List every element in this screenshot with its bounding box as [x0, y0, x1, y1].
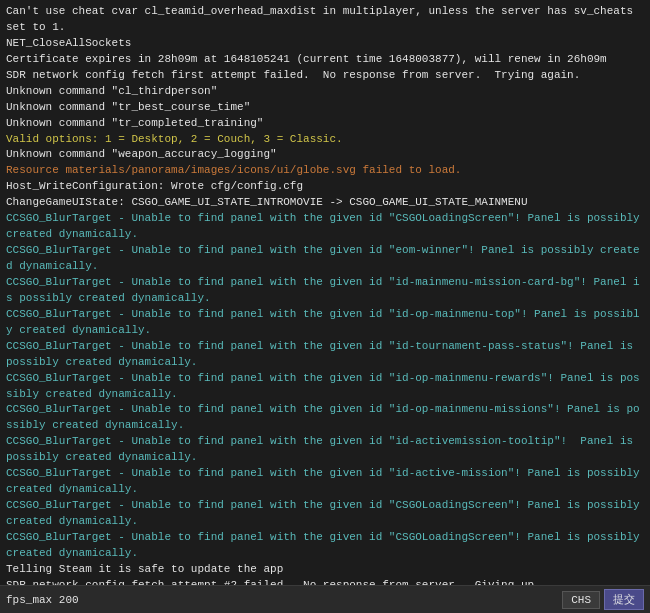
submit-button[interactable]: 提交 [604, 589, 644, 610]
console-container: Can't use cheat cvar cl_teamid_overhead_… [0, 0, 650, 613]
console-line: CCSGO_BlurTarget - Unable to find panel … [6, 211, 644, 243]
console-line: CCSGO_BlurTarget - Unable to find panel … [6, 498, 644, 530]
console-line: SDR network config fetch attempt #2 fail… [6, 578, 644, 585]
console-line: Unknown command "cl_thirdperson" [6, 84, 644, 100]
console-line: Host_WriteConfiguration: Wrote cfg/confi… [6, 179, 644, 195]
console-line: Telling Steam it is safe to update the a… [6, 562, 644, 578]
console-line: Unknown command "tr_completed_training" [6, 116, 644, 132]
console-line: SDR network config fetch first attempt f… [6, 68, 644, 84]
console-line: CCSGO_BlurTarget - Unable to find panel … [6, 530, 644, 562]
status-bar: fps_max 200 CHS 提交 [0, 585, 650, 613]
console-line: CCSGO_BlurTarget - Unable to find panel … [6, 434, 644, 466]
console-line: CCSGO_BlurTarget - Unable to find panel … [6, 402, 644, 434]
console-line: Certificate expires in 28h09m at 1648105… [6, 52, 644, 68]
console-output: Can't use cheat cvar cl_teamid_overhead_… [0, 0, 650, 585]
console-line: CCSGO_BlurTarget - Unable to find panel … [6, 339, 644, 371]
console-line: CCSGO_BlurTarget - Unable to find panel … [6, 275, 644, 307]
lang-button[interactable]: CHS [562, 591, 600, 609]
console-line: NET_CloseAllSockets [6, 36, 644, 52]
console-line: ChangeGameUIState: CSGO_GAME_UI_STATE_IN… [6, 195, 644, 211]
fps-label: fps_max 200 [6, 594, 558, 606]
console-line: CCSGO_BlurTarget - Unable to find panel … [6, 371, 644, 403]
console-line: CCSGO_BlurTarget - Unable to find panel … [6, 243, 644, 275]
console-line: CCSGO_BlurTarget - Unable to find panel … [6, 307, 644, 339]
console-line: Valid options: 1 = Desktop, 2 = Couch, 3… [6, 132, 644, 148]
console-line: Unknown command "weapon_accuracy_logging… [6, 147, 644, 163]
console-line: Resource materials/panorama/images/icons… [6, 163, 644, 179]
console-line: Unknown command "tr_best_course_time" [6, 100, 644, 116]
console-line: Can't use cheat cvar cl_teamid_overhead_… [6, 4, 644, 36]
console-line: CCSGO_BlurTarget - Unable to find panel … [6, 466, 644, 498]
